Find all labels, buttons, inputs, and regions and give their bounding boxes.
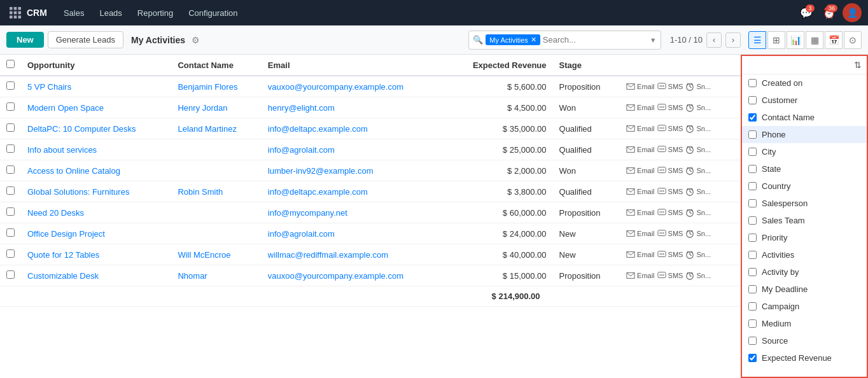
row-select-checkbox[interactable] (6, 207, 15, 216)
col-option-customer[interactable]: Customer (742, 92, 867, 109)
sms-action-button[interactable]: SMS (657, 166, 683, 175)
email-address[interactable]: info@deltapc.example.com (262, 181, 445, 202)
col-option-expected_revenue[interactable]: Expected Revenue (742, 349, 867, 367)
sms-action-button[interactable]: SMS (657, 124, 683, 133)
opportunity-name[interactable]: Info about services (21, 139, 171, 160)
email-address[interactable]: info@agrolait.com (262, 139, 445, 160)
col-option-created_on[interactable]: Created on (742, 74, 867, 92)
row-checkbox-cell[interactable] (0, 139, 21, 160)
col-checkbox-medium[interactable] (748, 319, 757, 328)
col-checkbox-salesperson[interactable] (748, 199, 757, 207)
snooze-action-button[interactable]: Sn... (685, 229, 711, 238)
row-select-checkbox[interactable] (6, 144, 15, 153)
nav-sales[interactable]: Sales (57, 6, 91, 20)
filter-tag-remove-icon[interactable]: ✕ (531, 36, 536, 44)
snooze-action-button[interactable]: Sn... (685, 145, 711, 154)
row-checkbox-cell[interactable] (0, 76, 21, 97)
col-checkbox-customer[interactable] (748, 96, 757, 104)
contact-name[interactable]: Leland Martinez (171, 118, 261, 139)
email-action-button[interactable]: Email (626, 166, 655, 175)
nav-configuration[interactable]: Configuration (182, 6, 244, 20)
opportunity-name[interactable]: Office Design Project (21, 223, 171, 244)
col-checkbox-city[interactable] (748, 148, 757, 156)
row-select-checkbox[interactable] (6, 228, 15, 237)
row-select-checkbox[interactable] (6, 102, 15, 111)
email-address[interactable]: info@deltapc.example.com (262, 118, 445, 139)
contact-name[interactable]: Benjamin Flores (171, 76, 261, 97)
row-checkbox-cell[interactable] (0, 118, 21, 139)
col-checkbox-source[interactable] (748, 337, 757, 345)
col-checkbox-my_deadline[interactable] (748, 285, 757, 293)
settings-gear-icon[interactable]: ⚙ (192, 35, 200, 45)
contact-name[interactable] (171, 223, 261, 244)
email-address[interactable]: lumber-inv92@example.com (262, 160, 445, 181)
sms-action-button[interactable]: SMS (657, 187, 683, 196)
row-select-checkbox[interactable] (6, 270, 15, 279)
kanban-view-button[interactable]: ⊞ (767, 31, 785, 49)
row-select-checkbox[interactable] (6, 165, 15, 174)
col-option-activities[interactable]: Activities (742, 246, 867, 263)
row-checkbox-cell[interactable] (0, 244, 21, 265)
col-option-activity_by[interactable]: Activity by (742, 263, 867, 281)
snooze-action-button[interactable]: Sn... (685, 124, 711, 133)
col-header-opportunity[interactable]: Opportunity (21, 55, 171, 76)
row-checkbox-cell[interactable] (0, 181, 21, 202)
col-checkbox-priority[interactable] (748, 234, 757, 242)
email-action-button[interactable]: Email (626, 271, 655, 280)
email-action-button[interactable]: Email (626, 103, 655, 112)
col-header-contact-name[interactable]: Contact Name (171, 55, 261, 76)
email-address[interactable]: vauxoo@yourcompany.example.com (262, 76, 445, 97)
contact-name[interactable] (171, 160, 261, 181)
sms-action-button[interactable]: SMS (657, 271, 683, 280)
activities-clock-icon[interactable]: ⏰ 36 (820, 3, 839, 22)
sms-action-button[interactable]: SMS (657, 145, 683, 154)
opportunity-name[interactable]: Need 20 Desks (21, 202, 171, 223)
col-option-source[interactable]: Source (742, 332, 867, 349)
snooze-action-button[interactable]: Sn... (685, 250, 711, 259)
row-checkbox-cell[interactable] (0, 265, 21, 286)
snooze-action-button[interactable]: Sn... (685, 82, 711, 91)
snooze-action-button[interactable]: Sn... (685, 271, 711, 280)
column-toggle-icon[interactable]: ⇅ (854, 60, 862, 70)
row-checkbox-cell[interactable] (0, 160, 21, 181)
email-address[interactable]: willmac@rediffmail.example.com (262, 244, 445, 265)
sms-action-button[interactable]: SMS (657, 208, 683, 217)
contact-name[interactable]: Henry Jordan (171, 97, 261, 118)
row-select-checkbox[interactable] (6, 81, 15, 90)
calendar-view-button[interactable]: 📅 (825, 31, 843, 49)
contact-name[interactable]: Will McEncroe (171, 244, 261, 265)
sms-action-button[interactable]: SMS (657, 250, 683, 259)
email-action-button[interactable]: Email (626, 82, 655, 91)
pagination-next-button[interactable]: › (725, 32, 741, 48)
opportunity-name[interactable]: Modern Open Space (21, 97, 171, 118)
sms-action-button[interactable]: SMS (657, 229, 683, 238)
col-option-phone[interactable]: Phone (742, 126, 867, 143)
row-select-checkbox[interactable] (6, 123, 15, 132)
col-option-city[interactable]: City (742, 143, 867, 160)
contact-name[interactable] (171, 202, 261, 223)
sms-action-button[interactable]: SMS (657, 103, 683, 112)
email-action-button[interactable]: Email (626, 187, 655, 196)
col-option-state[interactable]: State (742, 160, 867, 178)
col-option-sales_team[interactable]: Sales Team (742, 212, 867, 229)
snooze-action-button[interactable]: Sn... (685, 166, 711, 175)
activity-view-button[interactable]: ⊙ (844, 31, 862, 49)
generate-leads-button[interactable]: Generate Leads (48, 31, 123, 48)
row-checkbox-cell[interactable] (0, 202, 21, 223)
contact-name[interactable]: Nhomar (171, 265, 261, 286)
email-action-button[interactable]: Email (626, 229, 655, 238)
opportunity-name[interactable]: Access to Online Catalog (21, 160, 171, 181)
col-checkbox-country[interactable] (748, 182, 757, 190)
col-option-country[interactable]: Country (742, 178, 867, 195)
col-header-stage[interactable]: Stage (553, 55, 620, 76)
col-option-priority[interactable]: Priority (742, 229, 867, 246)
sms-action-button[interactable]: SMS (657, 82, 683, 91)
col-header-expected-revenue[interactable]: Expected Revenue (445, 55, 552, 76)
opportunity-name[interactable]: 5 VP Chairs (21, 76, 171, 97)
col-option-campaign[interactable]: Campaign (742, 298, 867, 315)
pivot-view-button[interactable]: ▦ (806, 31, 823, 49)
snooze-action-button[interactable]: Sn... (685, 208, 711, 217)
col-checkbox-sales_team[interactable] (748, 216, 757, 225)
row-checkbox-cell[interactable] (0, 223, 21, 244)
col-checkbox-expected_revenue[interactable] (748, 354, 757, 362)
